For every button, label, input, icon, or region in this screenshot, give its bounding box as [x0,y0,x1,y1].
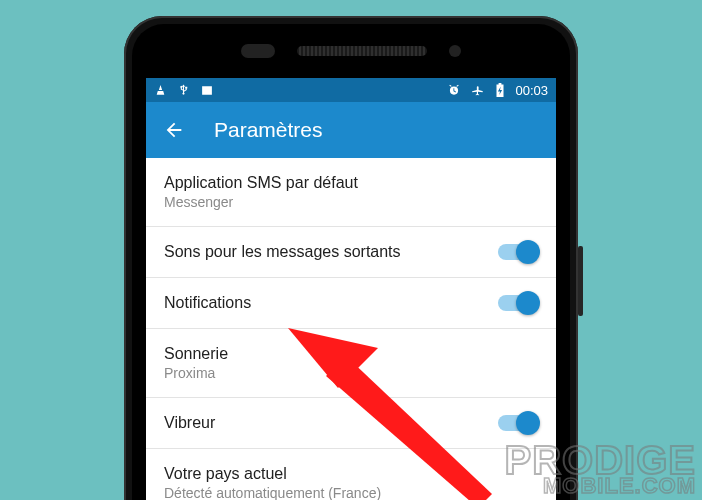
picture-icon [200,84,214,97]
airplane-icon [471,83,485,97]
usb-icon [177,83,190,97]
setting-label: Application SMS par défaut [164,174,538,192]
switch-vibrate[interactable] [498,415,538,431]
setting-label: Vibreur [164,414,498,432]
setting-value: Messenger [164,194,538,210]
screen: 00:03 Paramètres Application SMS par déf… [146,78,556,500]
alarm-icon [447,83,461,97]
back-button[interactable] [162,118,186,142]
phone-bezel: 00:03 Paramètres Application SMS par déf… [132,24,570,500]
settings-list: Application SMS par défaut Messenger Son… [146,158,556,500]
setting-label: Notifications [164,294,498,312]
switch-outgoing-sounds[interactable] [498,244,538,260]
vlc-icon [154,84,167,97]
status-bar: 00:03 [146,78,556,102]
setting-label: Votre pays actuel [164,465,538,483]
setting-vibrate[interactable]: Vibreur [146,398,556,449]
page-title: Paramètres [214,118,323,142]
setting-label: Sons pour les messages sortants [164,243,498,261]
switch-notifications[interactable] [498,295,538,311]
setting-value: Détecté automatiquement (France) [164,485,538,500]
proximity-sensor [241,44,275,58]
setting-current-country[interactable]: Votre pays actuel Détecté automatiquemen… [146,449,556,500]
phone-earpiece-row [132,24,570,78]
front-camera [449,45,461,57]
arrow-left-icon [163,119,185,141]
phone-frame: 00:03 Paramètres Application SMS par déf… [124,16,578,500]
setting-default-sms-app[interactable]: Application SMS par défaut Messenger [146,158,556,227]
earpiece-speaker [297,46,427,56]
phone-side-button [578,246,583,316]
status-time: 00:03 [515,83,548,98]
setting-notifications[interactable]: Notifications [146,278,556,329]
app-bar: Paramètres [146,102,556,158]
setting-outgoing-sounds[interactable]: Sons pour les messages sortants [146,227,556,278]
setting-value: Proxima [164,365,538,381]
battery-charging-icon [495,83,505,97]
setting-ringtone[interactable]: Sonnerie Proxima [146,329,556,398]
setting-label: Sonnerie [164,345,538,363]
